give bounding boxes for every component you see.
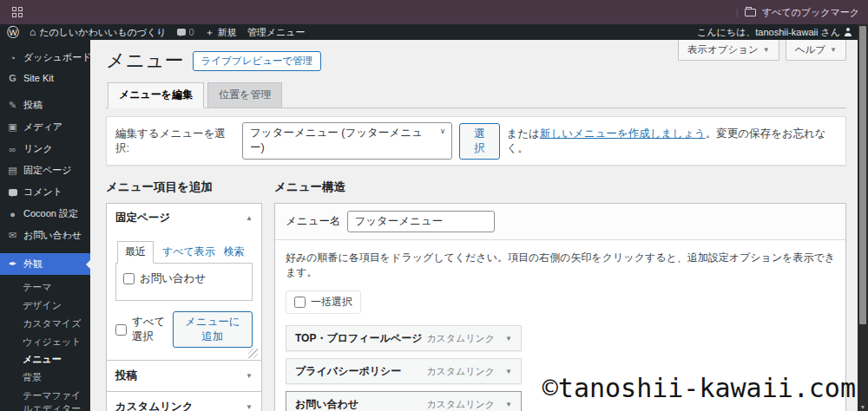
chevron-down-icon[interactable]: ▼	[505, 335, 512, 342]
new-content-menu[interactable]: ＋ 新規	[205, 26, 237, 39]
plus-icon: ＋	[205, 26, 214, 39]
sidebar-item-cocoon-settings[interactable]: ●Cocoon 設定	[0, 203, 90, 225]
sidebar-item-contact[interactable]: ✉お問い合わせ	[0, 225, 90, 246]
envelope-icon: ✉	[7, 230, 18, 241]
scrollbar-down-arrow[interactable]: ▼	[858, 404, 868, 410]
live-preview-button[interactable]: ライブプレビューで管理	[193, 51, 322, 71]
item-type-label: カスタムリンク	[426, 365, 495, 378]
sidebar-item-site-kit[interactable]: GSite Kit	[0, 68, 90, 88]
menu-item-list: TOP・プロフィールページ カスタムリンク ▼ プライバシーポリシー カスタムリ…	[286, 325, 522, 411]
submenu-item-menus[interactable]: メニュー	[0, 350, 90, 369]
or-create-text: または新しいメニューを作成しましょう。変更の保存をお忘れなく。	[507, 127, 838, 156]
site-kit-icon: G	[7, 73, 18, 83]
sidebar-item-links[interactable]: ∞リンク	[0, 138, 90, 160]
page-checkbox[interactable]	[123, 273, 135, 284]
my-account-menu[interactable]: こんにちは、tanoshii-kawaii さん	[697, 26, 852, 39]
comment-count: 0	[189, 27, 194, 37]
sidebar-item-comments[interactable]: コメント	[0, 181, 90, 203]
chevron-down-icon: ▼	[763, 46, 770, 54]
sidebar-item-dashboard[interactable]: ◔ダッシュボード	[0, 47, 90, 68]
media-icon: ▣	[7, 121, 18, 133]
pages-subtabs: 最近 すべて表示 検索	[115, 241, 253, 263]
link-icon: ∞	[7, 144, 18, 154]
tab-edit-menus[interactable]: メニューを編集	[108, 82, 204, 108]
menu-name-label: メニュー名	[286, 214, 340, 229]
toolbar-divider: |	[736, 7, 739, 17]
admin-content: 表示オプション ▼ ヘルプ ▼ メニュー ライブプレビューで管理 メニューを編集…	[90, 40, 868, 411]
dashboard-icon: ◔	[7, 53, 18, 63]
appearance-submenu: テーマ デザイン カスタマイズ ウィジェット メニュー 背景 テーマファイルエデ…	[0, 275, 90, 411]
submenu-item-background[interactable]: 背景	[0, 369, 90, 387]
help-button[interactable]: ヘルプ ▼	[786, 40, 846, 61]
wp-logo-menu[interactable]: Ⓦ	[7, 26, 19, 38]
submenu-item-customize[interactable]: カスタマイズ	[0, 315, 90, 333]
pin-icon: ✎	[7, 100, 18, 111]
submenu-item-theme-editor[interactable]: テーマファイルエディター	[0, 387, 90, 411]
drag-instructions: 好みの順番に各項目をドラッグしてください。項目の右側の矢印をクリックすると、追加…	[286, 251, 835, 280]
brush-icon: ✒	[7, 258, 18, 270]
menu-name-input[interactable]	[347, 211, 495, 232]
site-name-link[interactable]: ⌂ たのしいかわいいものづくり	[30, 26, 167, 39]
chevron-down-icon[interactable]: ▼	[505, 401, 512, 408]
admin-menu-item[interactable]: 管理メニュー	[247, 26, 306, 39]
menu-item-contact[interactable]: お問い合わせ カスタムリンク ▼	[286, 391, 522, 411]
submenu-item-themes[interactable]: テーマ	[0, 278, 90, 297]
subtab-search[interactable]: 検索	[224, 245, 245, 263]
resize-grip[interactable]	[115, 348, 253, 356]
menu-item-top-profile[interactable]: TOP・プロフィールページ カスタムリンク ▼	[286, 325, 522, 351]
tab-manage-locations[interactable]: 位置を管理	[207, 82, 282, 108]
wordpress-icon: Ⓦ	[7, 26, 19, 38]
home-icon: ⌂	[30, 27, 36, 37]
page-checkbox-row[interactable]: お問い合わせ	[123, 271, 245, 286]
select-menu-button[interactable]: 選択	[459, 123, 499, 160]
menu-select-bar: 編集するメニューを選択: フッターメニュー (フッターメニュー) ∨ 選択 また…	[106, 116, 846, 166]
chevron-down-icon: ▼	[246, 403, 253, 411]
add-items-title: メニュー項目を追加	[106, 179, 262, 195]
chevron-up-icon: ▲	[246, 214, 253, 222]
screen-options-button[interactable]: 表示オプション ▼	[678, 40, 779, 61]
all-bookmarks-button[interactable]: すべてのブックマーク	[762, 6, 859, 19]
watermark-text: ©tanoshii-kawaii.com	[542, 373, 856, 403]
menu-select[interactable]: フッターメニュー (フッターメニュー) ∨	[242, 122, 452, 160]
sidebar-item-posts[interactable]: ✎投稿	[0, 95, 90, 116]
wp-admin-bar: Ⓦ ⌂ たのしいかわいいものづくり 0 ＋ 新規 管理メニュー こんにちは、ta…	[0, 24, 868, 40]
bookmarks-folder-icon	[745, 9, 756, 16]
admin-sidebar: ◔ダッシュボード GSite Kit ✎投稿 ▣メディア ∞リンク ▤固定ページ…	[0, 40, 90, 411]
comments-icon	[7, 187, 18, 198]
sidebar-item-media[interactable]: ▣メディア	[0, 116, 90, 138]
sidebar-item-appearance[interactable]: ✒外観	[0, 253, 90, 275]
bulk-select-top[interactable]: 一括選択	[286, 290, 361, 314]
add-to-menu-button[interactable]: メニューに追加	[173, 311, 253, 348]
bulk-select-checkbox-top[interactable]	[294, 297, 306, 308]
select-all-row[interactable]: すべて選択	[115, 315, 173, 344]
select-all-checkbox[interactable]	[115, 324, 127, 336]
menu-tabs: メニューを編集 位置を管理	[106, 82, 846, 108]
submenu-item-design[interactable]: デザイン	[0, 297, 90, 315]
scrollbar-thumb[interactable]	[859, 26, 866, 324]
item-type-label: カスタムリンク	[426, 398, 495, 411]
comment-bubble-icon	[177, 29, 186, 36]
vertical-scrollbar[interactable]: ▼	[858, 24, 868, 411]
page-title: メニュー	[106, 48, 184, 74]
page-icon: ▤	[7, 165, 18, 176]
submenu-item-widgets[interactable]: ウィジェット	[0, 333, 90, 351]
subtab-view-all[interactable]: すべて表示	[162, 245, 215, 263]
greeting-text: こんにちは、tanoshii-kawaii さん	[697, 26, 840, 39]
browser-toolbar: | すべてのブックマーク	[0, 0, 868, 24]
select-menu-label: 編集するメニューを選択:	[115, 127, 235, 156]
sidebar-item-pages[interactable]: ▤固定ページ	[0, 160, 90, 181]
cocoon-icon: ●	[7, 209, 18, 219]
posts-accordion-header[interactable]: 投稿 ▼	[107, 360, 261, 391]
create-menu-link[interactable]: 新しいメニューを作成しましょう	[540, 127, 706, 140]
pages-accordion-body: 最近 すべて表示 検索 お問い合わせ	[107, 232, 261, 360]
custom-links-accordion-header[interactable]: カスタムリンク ▼	[107, 391, 261, 411]
chevron-down-icon: ▼	[246, 372, 253, 380]
add-items-metabox: 固定ページ ▲ 最近 すべて表示 検索 お問い合わせ	[106, 203, 262, 411]
subtab-most-recent[interactable]: 最近	[117, 241, 154, 264]
comments-link[interactable]: 0	[177, 27, 194, 37]
chevron-down-icon[interactable]: ▼	[505, 368, 512, 375]
tab-groups-icon[interactable]	[12, 7, 23, 17]
pages-accordion-header[interactable]: 固定ページ ▲	[107, 204, 261, 232]
menu-item-privacy-policy[interactable]: プライバシーポリシー カスタムリンク ▼	[286, 358, 522, 384]
chevron-down-icon: ▼	[830, 46, 837, 54]
